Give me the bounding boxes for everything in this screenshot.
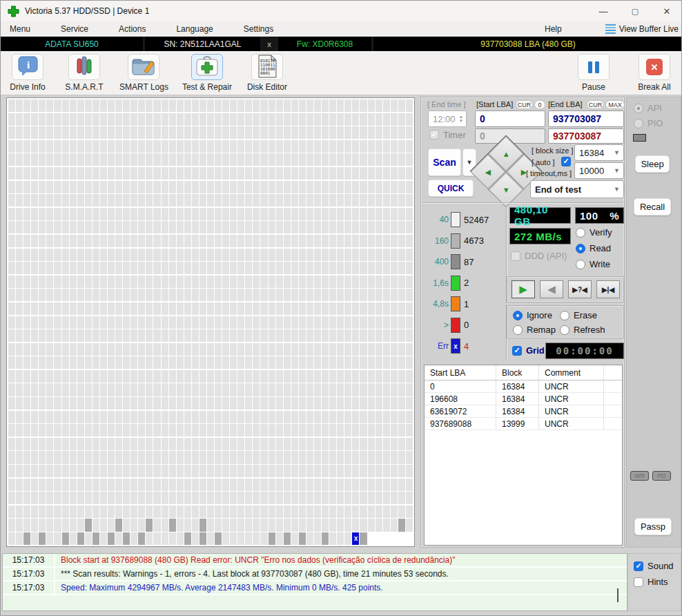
recall-button[interactable]: Recall <box>634 198 671 215</box>
table-row[interactable]: 19660816384UNCR <box>425 393 622 405</box>
view-buffer-live-button[interactable]: View Buffer Live <box>605 21 679 37</box>
action-option-erase[interactable]: Erase <box>560 310 597 320</box>
grid-cell <box>245 532 252 545</box>
grid-cell <box>115 519 122 531</box>
action-option-remap[interactable]: Remap <box>513 325 556 335</box>
end-lba-cur-button[interactable]: CUR <box>587 100 604 109</box>
hints-option[interactable]: Hints <box>634 577 668 587</box>
grid-cell <box>237 153 244 166</box>
play-forward-button[interactable]: ▶ <box>512 280 535 298</box>
grid-cell <box>31 181 38 193</box>
menu-settings[interactable]: Settings <box>244 24 273 34</box>
action-radio-ignore[interactable] <box>513 311 523 320</box>
column-header[interactable]: Comment <box>539 365 604 380</box>
device-close-badge[interactable]: x <box>262 37 276 51</box>
grid-cell <box>398 153 405 166</box>
start-lba-zero-button[interactable]: 0 <box>534 100 545 109</box>
grid-cell <box>406 397 413 410</box>
grid-cell <box>77 276 84 288</box>
s-m-a-r-t-button[interactable]: S.M.A.R.T <box>63 54 106 92</box>
passp-button[interactable]: Passp <box>634 518 672 535</box>
start-lba-cur-button[interactable]: CUR <box>516 100 533 109</box>
grid-cell <box>70 438 77 450</box>
play-backward-button[interactable]: ◀ <box>540 280 563 298</box>
action-label: Erase <box>574 310 597 320</box>
grid-checkbox[interactable] <box>512 346 522 356</box>
scan-button[interactable]: Scan <box>428 148 461 176</box>
close-button[interactable]: ✕ <box>651 1 682 21</box>
test-repair-button[interactable]: Test & Repair <box>182 54 232 92</box>
end-lba-input[interactable]: 937703087 <box>548 110 624 127</box>
ddd-api-option[interactable]: DDD (API) <box>511 251 567 261</box>
grid-cell <box>260 235 267 247</box>
seek-edge-button[interactable]: ▶|◀ <box>596 280 620 298</box>
api-option[interactable]: API <box>634 103 662 113</box>
column-header[interactable]: Start LBA <box>425 365 496 380</box>
ddd-api-checkbox[interactable] <box>511 251 520 261</box>
quick-button[interactable]: QUICK <box>428 180 474 197</box>
spinner-arrows-icon[interactable]: ▲▼ <box>456 115 466 123</box>
end-action-combo[interactable]: End of test▼ <box>530 180 624 198</box>
mode-option-verify[interactable]: Verify <box>576 227 612 238</box>
grid-cell <box>23 194 30 206</box>
speed-stat-row: >0 <box>421 317 505 334</box>
action-radio-refresh[interactable] <box>560 325 569 335</box>
menu-language[interactable]: Language <box>176 24 213 34</box>
timer-checkbox[interactable] <box>429 130 439 139</box>
menu-actions[interactable]: Actions <box>119 24 146 34</box>
menu-service[interactable]: Service <box>61 24 88 34</box>
wr-button[interactable]: WR <box>630 471 649 481</box>
mode-radio-verify[interactable] <box>576 228 585 238</box>
pio-radio[interactable] <box>634 119 643 128</box>
grid-cell <box>115 221 122 233</box>
menu-help[interactable]: Help <box>545 21 562 37</box>
maximize-button[interactable]: ▢ <box>619 1 651 21</box>
action-radio-remap[interactable] <box>513 325 523 335</box>
table-row[interactable]: 6361907216384UNCR <box>425 405 622 418</box>
drive-info-button[interactable]: iDrive Info <box>6 54 49 92</box>
grid-cell <box>153 99 160 112</box>
column-header[interactable]: Block <box>496 365 539 380</box>
timeout-combo[interactable]: 10000▼ <box>574 162 624 179</box>
action-option-refresh[interactable]: Refresh <box>560 325 605 335</box>
break-all-button[interactable]: ✕ Break All <box>633 54 676 92</box>
grid-cell <box>8 153 15 166</box>
seek-question-button[interactable]: ▶?◀ <box>568 280 592 298</box>
menu-menu[interactable]: Menu <box>10 24 30 34</box>
minimize-button[interactable]: — <box>587 1 619 21</box>
grid-cell <box>299 140 306 153</box>
grid-cell <box>123 167 130 180</box>
action-radio-erase[interactable] <box>560 311 569 320</box>
auto-checkbox[interactable] <box>561 157 571 166</box>
mode-radio-write[interactable] <box>576 260 585 269</box>
api-radio[interactable] <box>634 104 643 113</box>
grid-cell <box>398 126 405 139</box>
rd-button[interactable]: RD <box>652 471 671 481</box>
start-lba-input[interactable]: 0 <box>475 110 545 127</box>
grid-cell <box>215 479 222 491</box>
end-time-spinner[interactable]: 12:00 ▲▼ <box>428 110 467 127</box>
sound-checkbox[interactable] <box>634 561 643 571</box>
grid-cell <box>329 479 336 491</box>
table-row[interactable]: 93768908813999UNCR <box>425 418 622 430</box>
hints-checkbox[interactable] <box>634 577 643 587</box>
smart-logs-button[interactable]: SMART Logs <box>119 54 168 92</box>
grid-option[interactable]: Grid <box>512 345 545 356</box>
table-row[interactable]: 016384UNCR <box>425 381 622 393</box>
grid-cell <box>376 194 382 206</box>
device-info-bar: ADATA SU650 SN: 2N512LAA1GAL x Fw: XD0R6… <box>1 37 682 51</box>
sleep-button[interactable]: Sleep <box>635 155 670 173</box>
disk-editor-button[interactable]: 0101101100111010000001Disk Editor <box>246 54 289 92</box>
grid-cell <box>376 262 382 274</box>
end-lba-max-button[interactable]: MAX <box>605 100 625 109</box>
mode-option-read[interactable]: Read <box>576 243 611 253</box>
action-option-ignore[interactable]: Ignore <box>513 310 552 320</box>
grid-cell <box>162 492 168 504</box>
block-size-combo[interactable]: 16384▼ <box>574 144 624 161</box>
mode-radio-read[interactable] <box>576 244 585 253</box>
pause-button[interactable]: Pause <box>572 54 615 92</box>
sound-option[interactable]: Sound <box>634 561 674 571</box>
log-scrollbar-thumb[interactable] <box>617 588 618 602</box>
pio-option[interactable]: PIO <box>634 118 663 128</box>
mode-option-write[interactable]: Write <box>576 259 610 269</box>
